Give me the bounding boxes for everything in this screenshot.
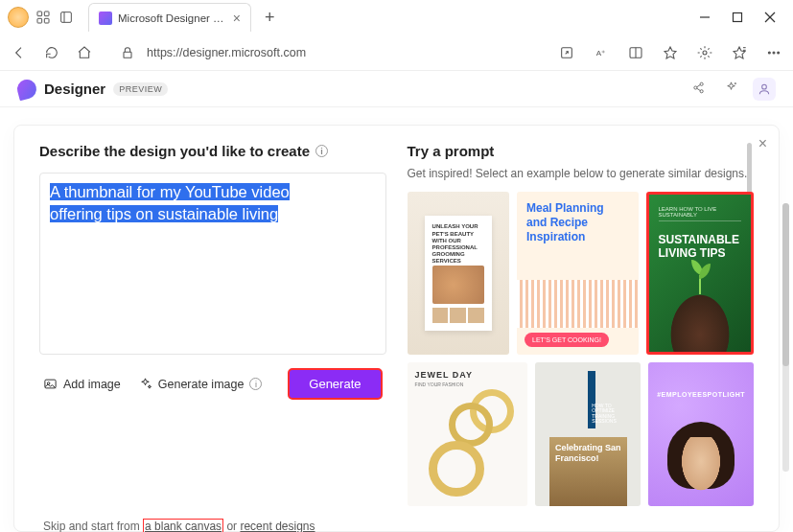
generate-image-button[interactable]: Generate image i: [138, 377, 263, 391]
svg-text:A⁺: A⁺: [596, 49, 605, 58]
tile-pill: LET'S GET COOKING!: [525, 333, 609, 347]
prompt-line1: A thumbnail for my YouTube video: [50, 183, 290, 200]
tile-text: and Recipe: [526, 216, 588, 229]
sparkle-icon[interactable]: [720, 78, 741, 99]
generate-image-label: Generate image: [158, 378, 245, 391]
app-name: Designer: [44, 81, 105, 97]
window-close-button[interactable]: [762, 10, 778, 25]
account-button[interactable]: [753, 78, 776, 101]
tab-close-icon[interactable]: ×: [233, 11, 241, 26]
skip-line: Skip and start from a blank canvas or re…: [43, 520, 315, 532]
example-tile-grooming[interactable]: UNLEASH YOUR PET'S BEAUTY WITH OUR PROFE…: [408, 192, 510, 355]
read-aloud-icon[interactable]: A⁺: [590, 41, 613, 64]
svg-point-22: [778, 52, 780, 54]
example-tile-jewel-day[interactable]: JEWEL DAY FIND YOUR FASHION: [408, 362, 528, 506]
add-image-button[interactable]: Add image: [43, 377, 121, 391]
app-launch-icon[interactable]: [555, 41, 578, 64]
window-minimize-button[interactable]: [697, 10, 712, 25]
svg-rect-10: [124, 52, 131, 58]
tile-text: SUSTAINABLE: [659, 233, 739, 246]
profile-avatar-icon[interactable]: [8, 7, 29, 28]
tile-text: JEWEL DAY: [415, 370, 474, 380]
app-header: Designer PREVIEW: [0, 71, 793, 107]
blank-canvas-link[interactable]: a blank canvas: [143, 519, 223, 532]
lock-icon: [116, 41, 139, 64]
window-titlebar: Microsoft Designer - Stunning d × +: [0, 0, 793, 35]
example-tile-meal-planning[interactable]: Meal Planningand RecipeInspiration LET'S…: [517, 192, 639, 355]
menu-icon[interactable]: [762, 41, 785, 64]
svg-rect-1: [44, 12, 49, 16]
svg-point-24: [700, 82, 703, 85]
generate-button[interactable]: Generate: [288, 368, 382, 400]
window-maximize-button[interactable]: [730, 10, 745, 25]
describe-heading: Describe the design you'd like to create…: [39, 143, 386, 159]
svg-marker-15: [665, 47, 676, 58]
tab-actions-icon[interactable]: [58, 9, 75, 26]
creation-card: × Describe the design you'd like to crea…: [13, 125, 780, 532]
designer-logo-icon: [15, 77, 38, 100]
info-icon[interactable]: i: [315, 145, 328, 157]
split-screen-icon[interactable]: [624, 41, 647, 64]
new-tab-button[interactable]: +: [265, 8, 275, 28]
svg-rect-7: [734, 13, 742, 22]
close-card-button[interactable]: ×: [758, 135, 767, 152]
svg-point-20: [768, 52, 770, 54]
svg-point-25: [700, 90, 703, 93]
svg-line-26: [696, 84, 700, 87]
prompt-textarea[interactable]: A thumbnail for my YouTube video offerin…: [39, 173, 386, 355]
svg-point-21: [773, 52, 775, 54]
recent-designs-link[interactable]: recent designs: [240, 520, 315, 532]
home-button[interactable]: [73, 41, 96, 64]
svg-point-16: [703, 51, 707, 55]
svg-point-29: [762, 84, 767, 89]
url-text: https://designer.microsoft.com: [147, 46, 306, 59]
svg-rect-0: [37, 12, 42, 16]
try-prompt-subtext: Get inspired! Select an example below to…: [408, 167, 755, 180]
skip-prefix: Skip and start from: [43, 520, 143, 532]
svg-rect-2: [37, 18, 42, 23]
favorite-icon[interactable]: [659, 41, 682, 64]
prompt-line2: offering tips on sustainable living: [50, 205, 278, 222]
describe-heading-text: Describe the design you'd like to create: [39, 143, 310, 159]
tile-text: FIND YOUR FASHION: [415, 382, 464, 387]
extensions-icon[interactable]: [693, 41, 716, 64]
example-tile-sustainable[interactable]: LEARN HOW TO LIVE SUSTAINABLY SUSTAINABL…: [646, 192, 755, 355]
browser-tab[interactable]: Microsoft Designer - Stunning d ×: [88, 3, 251, 32]
svg-point-28: [735, 83, 735, 84]
svg-point-23: [693, 86, 696, 89]
add-image-icon: [43, 377, 58, 391]
try-prompt-heading: Try a prompt: [408, 143, 755, 159]
tile-text: LIVING TIPS: [659, 246, 726, 260]
main-stage: × Describe the design you'd like to crea…: [0, 107, 793, 532]
browser-toolbar: https://designer.microsoft.com A⁺: [0, 35, 793, 71]
svg-rect-3: [44, 18, 49, 23]
sparkles-icon: [138, 377, 152, 391]
example-tile-employee-spotlight[interactable]: #EMPLOYEESPOTLIGHT: [648, 362, 754, 506]
try-prompt-column: Try a prompt Get inspired! Select an exa…: [408, 143, 755, 521]
favorites-list-icon[interactable]: [728, 41, 751, 64]
action-row: Add image Generate image i Generate: [39, 368, 386, 400]
refresh-button[interactable]: [40, 41, 63, 64]
info-icon[interactable]: i: [249, 378, 262, 390]
share-icon[interactable]: [688, 78, 709, 99]
svg-rect-4: [61, 12, 72, 23]
tile-text: LEARN HOW TO LIVE SUSTAINABLY: [659, 206, 742, 221]
skip-mid: or: [223, 520, 240, 532]
tab-favicon-icon: [99, 12, 112, 25]
tile-text: HOW TO OPTIMIZE TRAINING SESSIONS: [592, 404, 617, 425]
back-button[interactable]: [8, 41, 31, 64]
tile-text: Francisco!: [555, 453, 599, 463]
preview-badge: PREVIEW: [113, 82, 168, 96]
svg-marker-17: [734, 47, 745, 58]
address-bar[interactable]: https://designer.microsoft.com: [105, 39, 546, 66]
tile-text: UNLEASH YOUR PET'S BEAUTY WITH OUR PROFE…: [432, 223, 484, 265]
tile-text: #EMPLOYEESPOTLIGHT: [648, 391, 754, 398]
page-scrollbar[interactable]: [782, 203, 789, 472]
describe-column: Describe the design you'd like to create…: [39, 143, 386, 521]
example-tile-san-francisco[interactable]: HOW TO OPTIMIZE TRAINING SESSIONS Celebr…: [535, 362, 641, 506]
tile-text: Celebrating San: [555, 443, 621, 452]
tab-title: Microsoft Designer - Stunning d: [118, 12, 227, 24]
tile-text: Meal Planning: [526, 201, 604, 215]
workspaces-icon[interactable]: [35, 9, 52, 26]
svg-line-27: [696, 88, 700, 91]
